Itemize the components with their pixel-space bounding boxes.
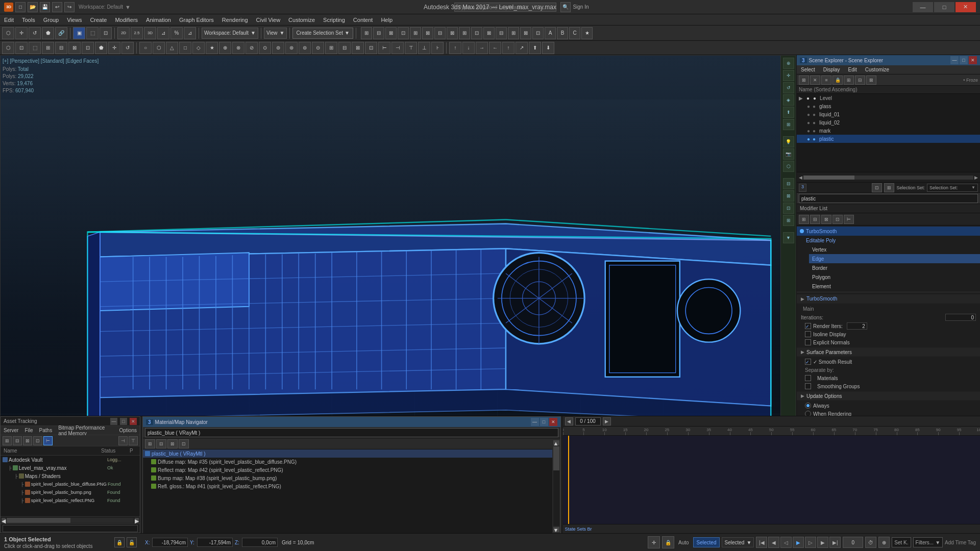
tb2-13[interactable]: △ (166, 42, 178, 54)
scale-btn[interactable]: ⬟ (42, 27, 54, 39)
scene-explorer-minimize[interactable]: — (950, 56, 959, 64)
asset-tb-6[interactable]: ⊣ (118, 436, 128, 445)
update-options-header[interactable]: ▶ Update Options (797, 391, 980, 400)
timeline-next-btn[interactable]: ▶ (603, 417, 611, 425)
current-frame-input[interactable] (844, 540, 862, 545)
tb2-15[interactable]: ◇ (192, 42, 205, 54)
mat-scroll-down[interactable]: ▼ (553, 527, 559, 532)
tree-item-liquid02[interactable]: ● ● liquid_02 (797, 118, 980, 127)
tb2-29[interactable]: ⊢ (378, 42, 390, 54)
mat-panel-close[interactable]: ✕ (549, 418, 557, 426)
tb2-9[interactable]: ✛ (108, 42, 120, 54)
mat-item-plastic-blue[interactable]: plastic_blue ( VRayMtl ) (143, 449, 560, 458)
tb2-4[interactable]: ⊞ (42, 42, 54, 54)
snap-angle-btn[interactable]: ⊿ (157, 27, 169, 39)
tb2-5[interactable]: ⊟ (55, 42, 67, 54)
modifier-vertex[interactable]: Vertex (809, 245, 980, 254)
x-input[interactable] (152, 538, 188, 547)
asset-menu-paths[interactable]: Paths (36, 426, 56, 435)
mod-icon-1[interactable]: ⊞ (799, 215, 809, 224)
smooth-result-checkbox[interactable] (805, 359, 811, 365)
key-filters-btn[interactable]: ⊕ (878, 537, 890, 548)
menu-edit[interactable]: Edit (0, 14, 18, 25)
timeline-prev-btn[interactable]: ◀ (565, 417, 573, 425)
se-tb-close-filter[interactable]: ✕ (810, 76, 820, 85)
play-start-btn[interactable]: |◀ (756, 537, 767, 548)
vp-w3-btn[interactable]: ⊡ (783, 203, 794, 214)
mat-panel-minimize[interactable]: — (531, 418, 539, 426)
tb2-41[interactable]: ⬇ (542, 42, 554, 54)
link-btn[interactable]: 🔗 (55, 27, 67, 39)
tb-extra18[interactable]: C (569, 27, 580, 39)
mat-item-diffuse-map[interactable]: Diffuse map: Map #35 (spirit_level_plast… (143, 458, 560, 466)
smoothing-groups-checkbox[interactable] (805, 383, 811, 389)
se-tb-sort[interactable]: ≡ (821, 76, 831, 85)
se-tb-layers[interactable]: ⊞ (844, 76, 854, 85)
search-icon-btn[interactable]: 🔍 (560, 2, 571, 12)
tb-extra4[interactable]: ⊡ (398, 27, 409, 39)
play-btn[interactable]: ▶ (793, 537, 804, 548)
tb2-23[interactable]: ⊜ (299, 42, 311, 54)
tb2-21[interactable]: ⊚ (272, 42, 284, 54)
snap-pct-btn[interactable]: % (170, 27, 183, 39)
redo-btn[interactable]: ↪ (64, 2, 75, 12)
se-scrollbar[interactable] (803, 176, 973, 180)
tb2-40[interactable]: ⬆ (529, 42, 541, 54)
menu-customize[interactable]: Customize (284, 14, 319, 25)
tb-extra17[interactable]: B (557, 27, 568, 39)
render-iters-checkbox[interactable] (805, 323, 811, 329)
save-btn[interactable]: 💾 (40, 2, 50, 12)
maximize-btn[interactable]: □ (934, 2, 954, 12)
modifier-turbosmoooth[interactable]: TurboSmooth (797, 227, 980, 236)
vp-persp-btn[interactable]: ⬡ (783, 161, 794, 172)
menu-civil-view[interactable]: Civil View (252, 14, 284, 25)
se-tb-filter[interactable]: ⊠ (799, 76, 809, 85)
tree-item-glass[interactable]: ● ● glass (797, 102, 980, 110)
modifier-element[interactable]: Element (809, 282, 980, 291)
asset-tb-2[interactable]: ⊟ (13, 436, 22, 445)
tb-extra6[interactable]: ⊠ (422, 27, 433, 39)
asset-scroll-right[interactable]: ▶ (135, 518, 139, 523)
menu-create[interactable]: Create (86, 14, 111, 25)
tree-item-level[interactable]: ▶ ● ● Level (797, 94, 980, 102)
mat-item-refl-gloss[interactable]: Refl. gloss.: Map #41 (spirit_level_plas… (143, 482, 560, 490)
undo-btn[interactable]: ↩ (52, 2, 62, 12)
tb-extra7[interactable]: ⊟ (434, 27, 446, 39)
tb-extra3[interactable]: ⊠ (385, 27, 397, 39)
se-menu-display[interactable]: Display (819, 65, 844, 74)
window-controls[interactable]: — □ ✕ (913, 2, 976, 12)
tb2-14[interactable]: □ (179, 42, 191, 54)
mat-panel-maximize[interactable]: □ (540, 418, 548, 426)
play-next-btn[interactable]: ▶ (817, 537, 828, 548)
tb2-36[interactable]: → (476, 42, 488, 54)
explicit-normals-checkbox[interactable] (805, 339, 811, 345)
asset-item-bump[interactable]: ├ spirit_level_plastic_bump.png Found (19, 488, 140, 496)
scene-explorer-close[interactable]: ✕ (969, 56, 977, 64)
tb2-7[interactable]: ⊡ (82, 42, 94, 54)
frame-input-btn[interactable] (843, 537, 863, 548)
se-menu-edit[interactable]: Edit (844, 65, 861, 74)
mat-search-input[interactable] (145, 428, 558, 437)
tb-extra15[interactable]: ⊡ (532, 27, 544, 39)
move-btn[interactable]: ✛ (15, 27, 28, 39)
vp-pan-btn[interactable]: ✛ (783, 70, 794, 81)
lock-transform-btn[interactable]: 🔓 (127, 537, 137, 547)
menu-rendering[interactable]: Rendering (218, 14, 252, 25)
mod-icon-3[interactable]: ⊠ (821, 215, 831, 224)
asset-scroll-left[interactable]: ◀ (2, 518, 6, 523)
tb-extra14[interactable]: ⊠ (520, 27, 531, 39)
tb-extra13[interactable]: ⊞ (508, 27, 519, 39)
tree-item-plastic[interactable]: ● ● plastic (797, 135, 980, 143)
se-sel-set-icon[interactable]: ⊡ (872, 183, 882, 192)
menu-animation[interactable]: Animation (142, 14, 175, 25)
vp-orbit-btn[interactable]: ↺ (783, 82, 794, 93)
select-region-btn[interactable]: ⬚ (86, 27, 99, 39)
workspace-dropdown[interactable]: Workspace: Default▼ (202, 28, 258, 39)
tb2-18[interactable]: ⊗ (232, 42, 244, 54)
tb2-35[interactable]: ↓ (462, 42, 475, 54)
mat-tb-2[interactable]: ⊟ (156, 439, 166, 448)
timeline-ruler-track[interactable]: 0510152025303540455055606570758085909510… (563, 427, 981, 435)
vp-extra1[interactable]: ▼ (783, 232, 794, 243)
tb2-20[interactable]: ⊙ (259, 42, 271, 54)
sign-in-link[interactable]: Sign In (573, 4, 589, 10)
